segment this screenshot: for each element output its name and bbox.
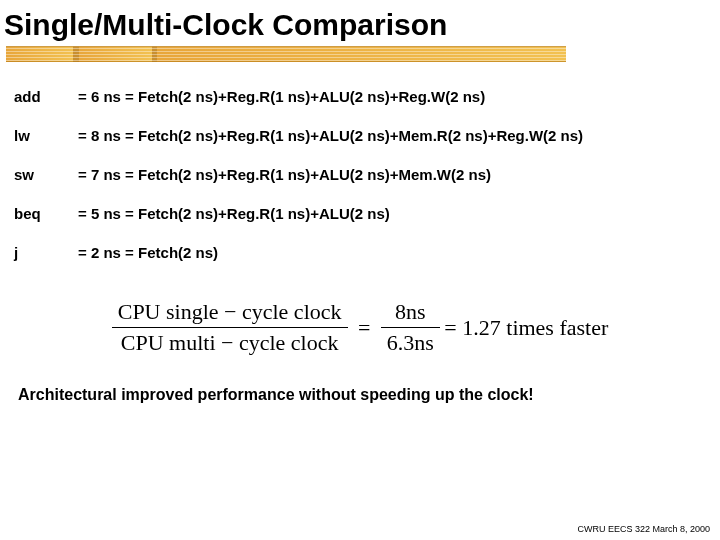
title-underline-wrap xyxy=(0,46,720,70)
equation: CPU single − cycle clock CPU multi − cyc… xyxy=(0,297,720,358)
instruction-name: add xyxy=(14,88,78,105)
instruction-formula: = 8 ns = Fetch(2 ns)+Reg.R(1 ns)+ALU(2 n… xyxy=(78,127,583,144)
instruction-name: beq xyxy=(14,205,78,222)
title-underline xyxy=(6,46,566,62)
instruction-name: sw xyxy=(14,166,78,183)
instruction-row: beq = 5 ns = Fetch(2 ns)+Reg.R(1 ns)+ALU… xyxy=(14,205,712,222)
instruction-formula: = 7 ns = Fetch(2 ns)+Reg.R(1 ns)+ALU(2 n… xyxy=(78,166,491,183)
instruction-name: lw xyxy=(14,127,78,144)
instruction-row: j = 2 ns = Fetch(2 ns) xyxy=(14,244,712,261)
conclusion-text: Architectural improved performance witho… xyxy=(0,386,720,404)
instruction-list: add = 6 ns = Fetch(2 ns)+Reg.R(1 ns)+ALU… xyxy=(0,70,720,287)
instruction-row: add = 6 ns = Fetch(2 ns)+Reg.R(1 ns)+ALU… xyxy=(14,88,712,105)
instruction-formula: = 6 ns = Fetch(2 ns)+Reg.R(1 ns)+ALU(2 n… xyxy=(78,88,485,105)
fraction-denominator: 6.3ns xyxy=(381,328,440,358)
fraction-numerator: CPU single − cycle clock xyxy=(112,297,348,327)
instruction-formula: = 2 ns = Fetch(2 ns) xyxy=(78,244,218,261)
slide-footer: CWRU EECS 322 March 8, 2000 xyxy=(577,524,710,534)
equation-result: = 1.27 times faster xyxy=(444,315,608,341)
instruction-formula: = 5 ns = Fetch(2 ns)+Reg.R(1 ns)+ALU(2 n… xyxy=(78,205,390,222)
fraction-numerator: 8ns xyxy=(381,297,440,327)
instruction-name: j xyxy=(14,244,78,261)
equals-sign: = xyxy=(352,315,376,341)
instruction-row: sw = 7 ns = Fetch(2 ns)+Reg.R(1 ns)+ALU(… xyxy=(14,166,712,183)
fraction-denominator: CPU multi − cycle clock xyxy=(112,328,348,358)
slide-title: Single/Multi-Clock Comparison xyxy=(0,0,720,46)
fraction-right: 8ns 6.3ns xyxy=(381,297,440,358)
fraction-left: CPU single − cycle clock CPU multi − cyc… xyxy=(112,297,348,358)
instruction-row: lw = 8 ns = Fetch(2 ns)+Reg.R(1 ns)+ALU(… xyxy=(14,127,712,144)
